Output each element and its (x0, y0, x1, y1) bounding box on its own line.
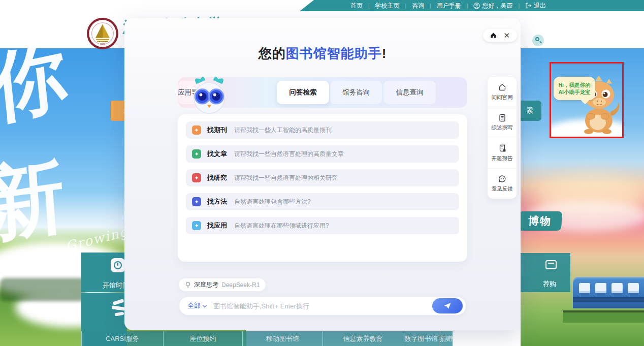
chevron-down-icon (203, 303, 207, 307)
clock-hand (117, 263, 118, 266)
quick-action-ask-official[interactable]: 问问官网 (488, 77, 517, 107)
train-window (611, 283, 623, 293)
suggestion-row[interactable]: ✦ 找文章 请帮我找一些自然语言处理的高质量文章 (186, 145, 459, 163)
user-icon (473, 3, 480, 9)
title-suffix: ! (382, 46, 387, 61)
top-navigation: 首页 学校主页 咨询 用户手册 您好，吴霞 退出 (350, 0, 546, 11)
footer-service-cell[interactable]: 座位预约 (163, 331, 242, 346)
title-prefix: 您的 (259, 46, 286, 61)
dialog-window-controls: ✕ (483, 29, 517, 42)
deep-think-model-pill[interactable]: 深度思考 DeepSeek-R1 (178, 278, 266, 292)
logout-label: 退出 (534, 2, 546, 10)
robot-icon: ✦ (192, 149, 201, 159)
report-icon (498, 144, 507, 153)
document-icon (498, 113, 507, 122)
university-seal-logo[interactable]: 1953 (86, 17, 119, 50)
deep-think-label: 深度思考 (194, 280, 218, 289)
user-greeting[interactable]: 您好，吴霞 (473, 2, 525, 10)
scope-value: 全部 (187, 301, 201, 310)
logout-button[interactable]: 退出 (525, 2, 546, 10)
bubble-text-line: Hi，我是你的 (559, 81, 591, 88)
suggestion-row[interactable]: ✦ 找应用 自然语言处理在哪些领域进行应用? (186, 217, 459, 234)
logout-icon (525, 3, 532, 9)
user-name: 您好，吴霞 (482, 2, 512, 10)
quick-action-label: 问问官网 (492, 94, 513, 101)
train-stripe (573, 297, 644, 302)
search-icon (535, 37, 539, 41)
svg-text:1953: 1953 (100, 43, 106, 46)
suggestion-row[interactable]: ✦ 找方法 自然语言处理包含哪些方法? (186, 193, 459, 210)
ai-assistant-dialog: ✕ 您的图书馆智能助手! 问答检索 馆务咨询 信息查询 应用导航 (124, 18, 521, 330)
open-hours-cell[interactable]: 开馆时间 (81, 253, 127, 292)
owl-mascot-icon (189, 74, 229, 116)
quick-action-feedback[interactable]: 意见反馈 (488, 168, 517, 199)
paper-plane-icon (443, 302, 452, 310)
assistant-tab[interactable]: 信息查询 (383, 81, 436, 104)
train-window (628, 283, 639, 293)
footer-service-cell[interactable]: 移动图书馆 (242, 331, 323, 346)
hedge-row (0, 278, 86, 301)
assistant-tab[interactable]: 问答检索 (277, 81, 329, 104)
hero-calligraphy-char: 新 (0, 154, 68, 246)
recommend-label: 荐购 (543, 279, 556, 289)
send-button[interactable] (432, 298, 463, 313)
book-recommend-cell[interactable]: 荐购 (521, 253, 570, 292)
home-icon[interactable] (490, 32, 497, 39)
suggestion-label: 找方法 (207, 197, 227, 206)
quick-action-label: 意见反馈 (492, 185, 513, 193)
top-nav-link[interactable]: 学校主页 (375, 2, 412, 10)
suggestion-row[interactable]: ✦ 找期刊 请帮我找一些人工智能的高质量期刊 (186, 121, 459, 139)
suggestion-label: 找期刊 (207, 125, 227, 135)
suggestion-row[interactable]: ✦ 找研究 请帮我找一些自然语言处理的相关研究 (186, 169, 459, 186)
museum-badge[interactable]: 博物 (518, 211, 563, 231)
bulb-icon (185, 281, 191, 289)
quick-action-label: 综述撰写 (492, 124, 513, 132)
suggestion-label: 找文章 (207, 149, 227, 159)
top-nav-link[interactable]: 首页 (350, 2, 375, 10)
header-search-button[interactable] (532, 35, 544, 46)
quick-action-label: 开题报告 (492, 155, 513, 162)
search-submit-fragment[interactable]: 索 (518, 101, 541, 121)
suggestion-description: 自然语言处理包含哪些方法? (234, 198, 311, 206)
footer-service-cell[interactable]: 捐赠 (439, 331, 453, 346)
top-nav-link[interactable]: 咨询 (412, 2, 437, 10)
clock-icon (111, 258, 125, 272)
suggestion-description: 请帮我找一些自然语言处理的高质量文章 (234, 150, 344, 159)
assistant-tab[interactable]: 馆务咨询 (330, 81, 382, 104)
train-illustration (573, 277, 644, 321)
train-window (595, 283, 606, 293)
footer-service-cell[interactable]: 信息素养教育 (323, 331, 403, 346)
suggestion-label: 找应用 (207, 221, 227, 230)
dialog-title: 您的图书馆智能助手! (124, 45, 521, 62)
quick-action-proposal-report[interactable]: 开题报告 (488, 138, 517, 168)
suggestion-list-card: ✦ 找期刊 请帮我找一些人工智能的高质量期刊 ✦ 找文章 请帮我找一些自然语言处… (178, 114, 467, 262)
train-window (579, 283, 590, 293)
robot-icon: ✦ (192, 173, 201, 182)
quick-action-panel: 问问官网 综述撰写 开题报告 意见反馈 (488, 77, 517, 199)
robot-icon: ✦ (192, 197, 201, 206)
suggestion-label: 找研究 (207, 173, 227, 182)
bubble-text-line: AI小助手龙宝 (559, 88, 591, 96)
suggestion-description: 请帮我找一些自然语言处理的相关研究 (234, 174, 338, 182)
search-icon-handle (539, 41, 542, 44)
home-bubble-icon (498, 83, 507, 92)
top-nav-link[interactable]: 用户手册 (437, 2, 474, 10)
suggestion-description: 自然语言处理在哪些领域进行应用? (234, 222, 329, 230)
footer-service-cell[interactable]: CARSI服务 (81, 331, 163, 346)
hero-calligraphy-char: 你 (0, 48, 70, 128)
grass (563, 312, 644, 323)
suggestion-description: 请帮我找一些人工智能的高质量期刊 (234, 126, 332, 135)
ai-mascot-highlight-box[interactable]: Hi，我是你的 AI小助手龙宝 (550, 62, 624, 138)
top-nav-links: 首页 学校主页 咨询 用户手册 (350, 2, 473, 10)
quick-action-review-writing[interactable]: 综述撰写 (488, 107, 517, 137)
title-highlight: 图书馆智能助手 (286, 46, 382, 61)
scope-dropdown[interactable]: 全部 (187, 301, 206, 310)
chat-input[interactable] (213, 302, 432, 310)
chat-input-bar: 全部 (179, 296, 466, 316)
suggestion-list: ✦ 找期刊 请帮我找一些人工智能的高质量期刊 ✦ 找文章 请帮我找一些自然语言处… (186, 121, 459, 234)
cart-icon (545, 260, 557, 269)
close-icon[interactable]: ✕ (504, 32, 510, 39)
mascot-speech-bubble: Hi，我是你的 AI小助手龙宝 (554, 77, 595, 100)
robot-icon: ✦ (192, 125, 201, 135)
footer-service-cell[interactable]: 数字图书馆 (403, 331, 439, 346)
